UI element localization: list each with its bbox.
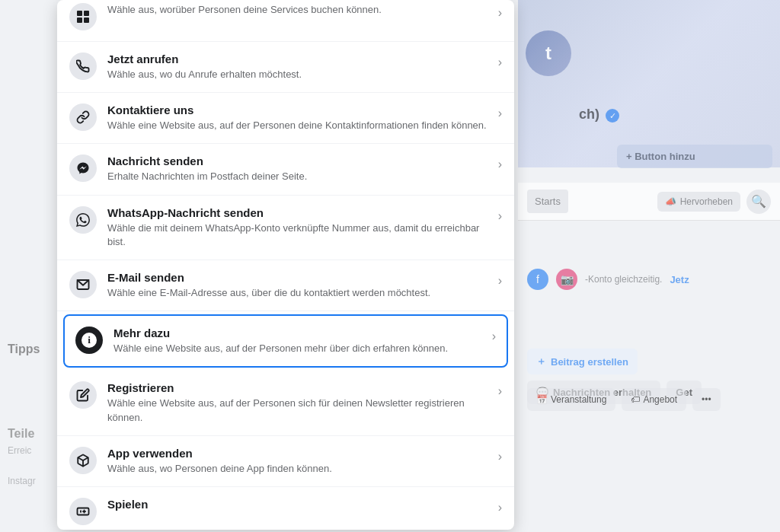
mehr-dazu-desc: Wähle eine Website aus, auf der Personen… [113,342,481,355]
cover-photo-area [518,0,780,167]
svg-rect-2 [77,18,82,23]
anrufen-chevron: › [498,56,502,69]
page-name-area: ch) ✓ [579,107,772,123]
svg-rect-3 [84,18,89,23]
app-title: App verwenden [107,447,488,460]
link-icon [69,104,97,131]
erreic-text: Erreic [8,445,31,456]
page-avatar: t [526,30,571,76]
game-icon [69,498,97,525]
nav-starts[interactable]: Starts [527,190,568,213]
page-nav: Starts 📣 Hervorheben 🔍 [518,183,780,221]
insta-text: Instagr [8,476,36,486]
whatsapp-title: WhatsApp-Nachricht senden [107,206,488,219]
buchen-icon [69,3,97,30]
mehr-dazu-title: Mehr dazu [113,327,481,339]
action-type-dropdown: Wähle aus, worüber Personen deine Servic… [57,0,514,530]
spielen-chevron: › [498,501,502,514]
menu-item-kontaktiere[interactable]: Kontaktiere uns Wähle eine Website aus, … [57,93,514,144]
email-icon [69,271,97,298]
email-desc: Wähle eine E-Mail-Adresse aus, über die … [107,286,488,300]
search-icon-btn[interactable]: 🔍 [746,190,771,214]
menu-item-email[interactable]: E-Mail senden Wähle eine E-Mail-Adresse … [57,260,514,311]
kontaktiere-content: Kontaktiere uns Wähle eine Website aus, … [107,104,488,132]
jetzt-link[interactable]: Jetz [670,274,689,285]
email-chevron: › [498,274,502,288]
menu-item-buchen-partial[interactable]: Wähle aus, worüber Personen deine Servic… [57,0,514,42]
buchen-content: Wähle aus, worüber Personen deine Servic… [107,3,488,17]
nachricht-chevron: › [498,158,502,171]
bottom-actions: 📅 Veranstaltung 🏷 Angebot ••• [518,388,780,411]
anrufen-desc: Wähle aus, wo du Anrufe erhalten möchtes… [107,68,488,81]
info-icon: i [75,327,103,354]
app-desc: Wähle aus, wo Personen deine App finden … [107,462,488,476]
whatsapp-chevron: › [498,209,502,223]
menu-item-whatsapp[interactable]: WhatsApp-Nachricht senden Wähle die mit … [57,196,514,260]
app-chevron: › [498,450,502,464]
verified-badge: ✓ [606,109,619,123]
app-content: App verwenden Wähle aus, wo Personen dei… [107,447,488,476]
beitrag-erstellen-btn[interactable]: ＋ Beitrag erstellen [527,349,638,374]
megaphone-icon: 📣 [665,196,676,207]
veranstaltung-btn[interactable]: 📅 Veranstaltung [527,388,615,411]
konto-text: -Konto gleichzeitig. [585,274,662,285]
menu-item-anrufen[interactable]: Jetzt anrufen Wähle aus, wo du Anrufe er… [57,42,514,93]
buchen-chevron: › [498,6,502,20]
facebook-icon: f [527,269,548,290]
page-name: ch) [579,107,599,122]
mehr-dazu-chevron: › [492,330,496,343]
kontaktiere-chevron: › [498,107,502,120]
tag-icon: 🏷 [631,394,640,405]
menu-item-mehr-dazu[interactable]: i Mehr dazu Wähle eine Website aus, auf … [63,314,508,368]
svg-text:i: i [88,334,91,346]
buchen-desc: Wähle aus, worüber Personen deine Servic… [107,3,488,17]
registrieren-content: Registrieren Wähle eine Website aus, auf… [107,381,488,424]
email-title: E-Mail senden [107,271,488,284]
registrieren-title: Registrieren [107,381,488,394]
messenger-bubble-icon [69,155,97,182]
svg-rect-0 [77,11,82,16]
more-btn[interactable]: ••• [692,388,721,411]
box-icon [69,447,97,474]
whatsapp-content: WhatsApp-Nachricht senden Wähle die mit … [107,206,488,249]
mehr-dazu-content: Mehr dazu Wähle eine Website aus, auf de… [113,327,481,355]
whatsapp-icon [69,206,97,234]
plus-icon: ＋ [536,355,546,368]
email-content: E-Mail senden Wähle eine E-Mail-Adresse … [107,271,488,300]
phone-icon [69,53,97,80]
registrieren-chevron: › [498,384,502,398]
teile-label: Teile [8,427,34,441]
nachricht-content: Nachricht senden Erhalte Nachrichten im … [107,155,488,183]
hervorheben-btn[interactable]: 📣 Hervorheben [657,192,740,212]
social-icons-row: f 📷 -Konto gleichzeitig. Jetz [518,263,780,296]
anrufen-content: Jetzt anrufen Wähle aus, wo du Anrufe er… [107,53,488,81]
menu-item-app[interactable]: App verwenden Wähle aus, wo Personen dei… [57,436,514,487]
anrufen-title: Jetzt anrufen [107,53,488,65]
svg-rect-1 [84,11,89,16]
whatsapp-desc: Wähle die mit deinem WhatsApp-Konto verk… [107,221,488,249]
spielen-title: Spielen [107,498,488,511]
instagram-icon: 📷 [556,269,577,290]
tipps-label: Tipps [8,342,40,356]
edit-icon [69,381,97,409]
nachricht-title: Nachricht senden [107,155,488,167]
button-hinzufugen[interactable]: + Button hinzu [617,145,772,168]
nachricht-desc: Erhalte Nachrichten im Postfach deiner S… [107,170,488,183]
calendar-icon: 📅 [536,394,548,405]
menu-item-nachricht[interactable]: Nachricht senden Erhalte Nachrichten im … [57,144,514,195]
menu-item-spielen[interactable]: Spielen › [57,487,514,530]
kontaktiere-desc: Wähle eine Website aus, auf der Personen… [107,119,488,132]
angebot-btn[interactable]: 🏷 Angebot [622,388,686,411]
kontaktiere-title: Kontaktiere uns [107,104,488,116]
menu-item-registrieren[interactable]: Registrieren Wähle eine Website aus, auf… [57,371,514,435]
registrieren-desc: Wähle eine Website aus, auf der Personen… [107,397,488,424]
spielen-content: Spielen [107,498,488,513]
